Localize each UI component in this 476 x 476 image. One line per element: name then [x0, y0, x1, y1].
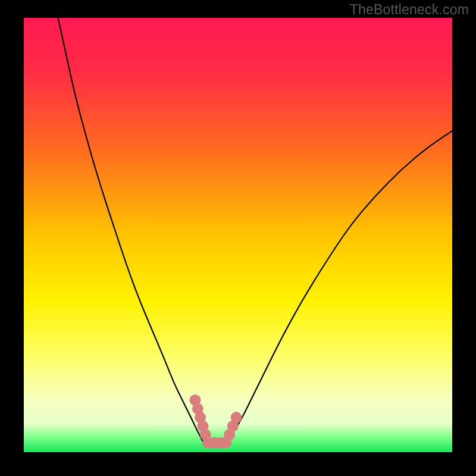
plot-area: [24, 18, 452, 452]
gradient-background: [24, 18, 452, 452]
chart-frame: TheBottleneck.com: [0, 0, 476, 476]
watermark-text: TheBottleneck.com: [350, 2, 469, 18]
marker-dot: [231, 412, 242, 423]
chart-svg: [24, 18, 452, 452]
